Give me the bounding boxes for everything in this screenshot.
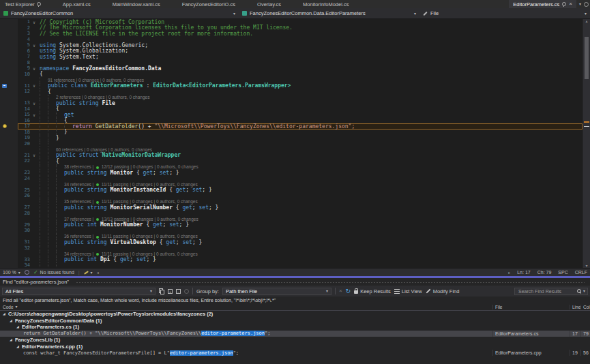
fold-toggle[interactable]: ∨ [30, 20, 38, 25]
group-by-dropdown[interactable]: Path then File ▾ [222, 288, 331, 295]
gutter-marker-icon[interactable] [2, 84, 7, 88]
code-text[interactable] [38, 141, 582, 147]
member-dropdown[interactable]: File ▾ [419, 8, 590, 18]
close-icon[interactable]: × [569, 1, 572, 7]
code-text[interactable]: public string MonitorInstanceId { get; s… [38, 187, 582, 194]
code-line[interactable]: 10{ [0, 72, 582, 78]
code-text[interactable]: namespace FancyZonesEditorCommon.Data [38, 65, 582, 72]
fold-toggle[interactable]: ∨ [30, 153, 38, 157]
document-tab[interactable]: Test Explorer [1, 0, 44, 8]
code-text[interactable] [38, 37, 582, 43]
find-tree-node[interactable]: ◢FancyZonesLib (1) [0, 337, 590, 344]
code-line[interactable]: 18} [0, 130, 582, 136]
codelens-row[interactable]: 35 references | 11/11 passing | 0 change… [0, 199, 582, 205]
code-text[interactable]: { [38, 89, 582, 95]
fold-toggle[interactable]: ∨ [30, 43, 38, 48]
code-line[interactable]: 25public string MonitorInstanceId { get;… [0, 187, 582, 194]
code-cleanup-button[interactable]: ▾ [84, 271, 93, 275]
code-text[interactable]: } [38, 135, 582, 141]
code-line[interactable]: 27public string MonitorSerialNumber { ge… [0, 204, 582, 211]
code-text[interactable]: { [38, 106, 582, 112]
code-text[interactable]: // The Microsoft Corporation licenses th… [38, 25, 582, 31]
column-header-code[interactable]: Code [3, 305, 14, 309]
document-tab[interactable]: MainWindow.xaml.cs [109, 0, 164, 8]
find-tree-node[interactable]: ◢EditorParameters.cpp (1) [0, 344, 590, 350]
code-text[interactable] [38, 262, 582, 268]
find-tree-node[interactable]: ◢C:\Users\zhaopengwang\Desktop\powertoys… [0, 311, 590, 318]
code-text[interactable]: public class EditorParameters : EditorDa… [38, 83, 582, 89]
find-result-row[interactable]: const wchar_t FancyZonesEditorParameters… [0, 350, 590, 357]
code-text[interactable] [38, 211, 582, 217]
scrollbar-thumb[interactable] [585, 37, 589, 79]
find-panel-title-bar[interactable]: Find "editor-parameters.json" [0, 278, 590, 286]
project-dropdown[interactable]: FancyZonesEditorCommon ▾ [0, 8, 239, 18]
zoom-dropdown[interactable]: 100 % ▾ [3, 270, 20, 275]
code-line[interactable]: 28 [0, 211, 582, 217]
chevron-down-icon[interactable]: ▾ [414, 12, 416, 16]
code-line[interactable]: 26 [0, 193, 582, 199]
code-line[interactable]: 9∨namespace FancyZonesEditorCommon.Data [0, 65, 582, 72]
active-document-tab[interactable]: EditorParameters.cs × [509, 0, 576, 8]
code-line[interactable]: 7using System.Text; [0, 54, 582, 60]
code-lines[interactable]: 1∨// Copyright (c) Microsoft Corporation… [0, 19, 582, 268]
code-text[interactable]: // Copyright (c) Microsoft Corporation [38, 19, 582, 25]
code-line[interactable]: 11∨public class EditorParameters : Edito… [0, 83, 582, 89]
expand-triangle-icon[interactable]: ◢ [10, 338, 15, 342]
code-text[interactable]: { [38, 118, 582, 124]
code-text[interactable]: public int Dpi { get; set; } [38, 257, 582, 263]
code-text[interactable]: public string MonitorSerialNumber { get;… [38, 204, 582, 211]
find-result-row[interactable]: return GetDataFolder() + "\\Microsoft\\P… [0, 331, 590, 337]
lightbulb-icon[interactable] [3, 124, 7, 128]
code-line[interactable]: 16{ [0, 118, 582, 124]
eol-indicator[interactable]: CRLF [575, 270, 587, 275]
code-line[interactable]: 2// The Microsoft Corporation licenses t… [0, 25, 582, 31]
code-text[interactable]: // See the LICENSE file in the project r… [38, 31, 582, 37]
expand-triangle-icon[interactable]: ◢ [16, 345, 22, 348]
sync-icon[interactable] [25, 270, 29, 275]
document-tab[interactable]: App.xaml.cs [59, 0, 94, 8]
code-text[interactable]: public string VirtualDesktop { get; set;… [38, 239, 582, 245]
list-view-button[interactable]: List View [394, 288, 422, 294]
search-find-results-input[interactable] [517, 288, 575, 294]
expand-triangle-icon[interactable]: ◢ [16, 325, 22, 329]
document-tab[interactable]: MonitorInfoModel.cs [299, 0, 353, 8]
code-line[interactable]: 22{ [0, 158, 582, 164]
code-line[interactable]: 12{ [0, 89, 582, 95]
expand-triangle-icon[interactable]: ◢ [3, 312, 8, 316]
code-line[interactable]: 30 [0, 228, 582, 234]
search-icon[interactable] [577, 289, 581, 293]
codelens-row[interactable]: 2 references | 0 changes | 0 authors, 0 … [0, 95, 582, 101]
find-tree-node[interactable]: ◢EditorParameters.cs (1) [0, 324, 590, 331]
code-line[interactable]: 15∨get [0, 112, 582, 118]
refresh-icon[interactable]: ↻ [346, 288, 351, 294]
code-line[interactable]: 20 [0, 141, 582, 147]
code-text[interactable]: public string Monitor { get; set; } [38, 170, 582, 176]
code-line[interactable]: 29public int MonitorNumber { get; set; } [0, 222, 582, 228]
code-text[interactable]: public struct NativeMonitorDataWrapper [38, 153, 582, 159]
issues-indicator[interactable]: ✓ No issues found [33, 270, 74, 275]
pin-icon[interactable] [37, 2, 41, 6]
chevron-down-icon[interactable]: ▾ [585, 12, 587, 16]
code-line[interactable]: 34 [0, 262, 582, 268]
code-line[interactable]: 21∨public struct NativeMonitorDataWrappe… [0, 153, 582, 159]
fold-toggle[interactable]: ∨ [30, 83, 38, 88]
code-line[interactable]: 23public string Monitor { get; set; } [0, 170, 582, 176]
tab-list-chevron-down-icon[interactable]: ▾ [579, 2, 581, 6]
space-mode-indicator[interactable]: SPC [558, 270, 567, 275]
code-line[interactable]: 14{ [0, 106, 582, 112]
codelens-label[interactable]: 60 references | 0 changes | 0 authors, 0… [56, 147, 152, 152]
code-line[interactable]: 24 [0, 176, 582, 182]
pin-icon[interactable] [562, 2, 566, 6]
column-header-col[interactable]: Col [580, 305, 590, 309]
codelens-label[interactable]: 2 references | 0 changes | 0 authors, 0 … [56, 95, 149, 100]
find-tree-node[interactable]: ◢FancyZonesEditorCommon\Data (1) [0, 318, 590, 324]
code-text[interactable]: { [38, 72, 582, 78]
code-line[interactable]: 3// See the LICENSE file in the project … [0, 31, 582, 37]
codelens-label[interactable]: 34 references | 11/11 passing | 0 change… [64, 252, 198, 256]
code-line[interactable]: 32 [0, 245, 582, 252]
codelens-label[interactable]: 38 references | 12/12 passing | 0 change… [64, 164, 198, 169]
code-text[interactable]: using System.Globalization; [38, 48, 582, 55]
scroll-up-icon[interactable]: ▴ [583, 19, 590, 23]
scroll-down-icon[interactable]: ▾ [583, 264, 590, 268]
code-line[interactable]: 4 [0, 37, 582, 43]
